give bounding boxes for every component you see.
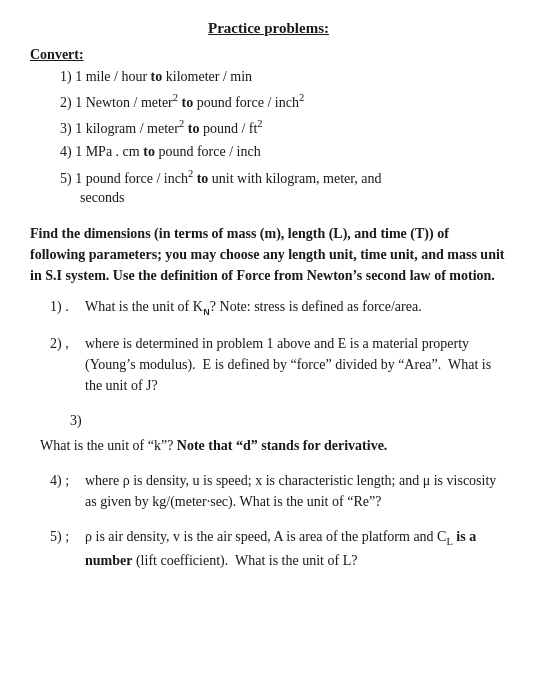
problem-num: 4) ; — [40, 470, 85, 512]
item-num: 1) — [60, 69, 75, 84]
item-num: 3) — [60, 121, 75, 136]
problem-text: ρ is air density, v is the air speed, A … — [85, 526, 507, 571]
problem-text: What is the unit of Kɴ? Note: stress is … — [85, 296, 422, 320]
page-title: Practice problems: — [30, 20, 507, 37]
convert-label: Convert: — [30, 47, 507, 63]
problem-text: where ρ is density, u is speed; x is cha… — [85, 470, 507, 512]
problem-num: 5) ; — [40, 526, 85, 571]
bold-to: to — [151, 69, 163, 84]
problem-num: 2) , — [40, 333, 85, 396]
item-num: 5) — [60, 170, 75, 185]
list-item: 5) 1 pound force / inch2 to unit with ki… — [60, 166, 507, 209]
problem-num: 3) — [40, 413, 82, 428]
problem-1: 1) . What is the unit of Kɴ? Note: stres… — [40, 296, 507, 320]
list-item: 2) 1 Newton / meter2 to pound force / in… — [60, 90, 507, 113]
item-num: 2) — [60, 95, 75, 110]
problem-3-text: What is the unit of “k”? Note that “d” s… — [40, 435, 507, 456]
list-item: 4) 1 MPa . cm to pound force / inch — [60, 142, 507, 162]
problem-5: 5) ; ρ is air density, v is the air spee… — [40, 526, 507, 571]
find-block: Find the dimensions (in terms of mass (m… — [30, 223, 507, 286]
item-num: 4) — [60, 144, 75, 159]
list-item: 3) 1 kilogram / meter2 to pound / ft2 — [60, 116, 507, 139]
problem-text-standalone: What is the unit of “k”? Note that “d” s… — [40, 438, 387, 453]
bold-to: to — [143, 144, 155, 159]
convert-list: 1) 1 mile / hour to kilometer / min 2) 1… — [30, 67, 507, 209]
problem-text: where is determined in problem 1 above a… — [85, 333, 507, 396]
problem-3: 3) — [40, 410, 507, 431]
problem-2: 2) , where is determined in problem 1 ab… — [40, 333, 507, 396]
problems-section: 1) . What is the unit of Kɴ? Note: stres… — [30, 296, 507, 571]
problem-num: 1) . — [40, 296, 85, 320]
bold-to: to — [197, 170, 209, 185]
bold-to: to — [182, 95, 194, 110]
problem-4: 4) ; where ρ is density, u is speed; x i… — [40, 470, 507, 512]
bold-to: to — [188, 121, 200, 136]
list-item: 1) 1 mile / hour to kilometer / min — [60, 67, 507, 87]
